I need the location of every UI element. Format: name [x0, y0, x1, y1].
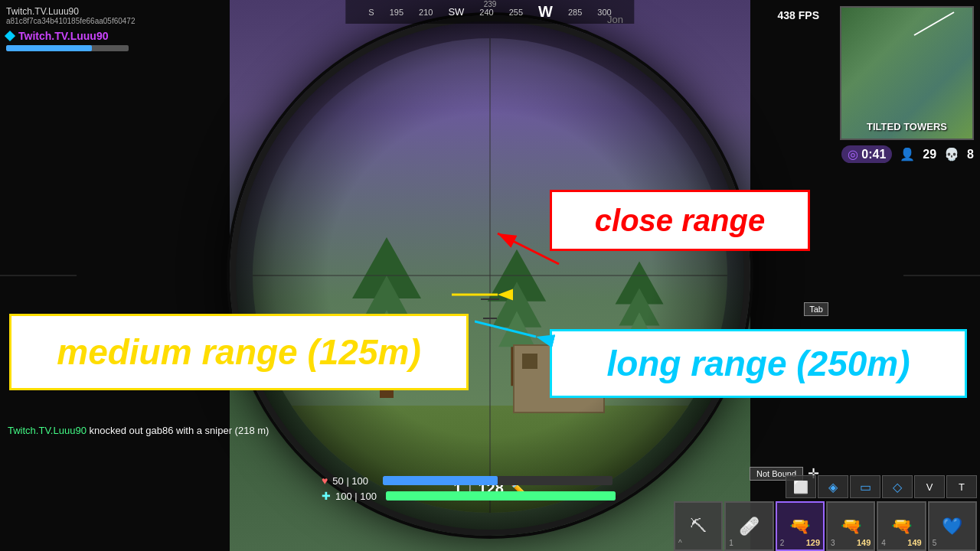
build-slot-v[interactable]: V [914, 475, 945, 498]
weapon-slot-5[interactable]: 🔫 149 4 [877, 501, 926, 551]
svg-line-1 [498, 233, 559, 264]
wall-icon: ⬜ [793, 480, 808, 494]
rifle-icon: 🔫 [841, 517, 861, 536]
floor-icon: ◈ [828, 480, 838, 494]
compass-195: 195 [390, 8, 403, 17]
compass: S 195 210 SW 239 240 255 W 285 300 [345, 0, 634, 24]
close-range-text: close range [595, 204, 765, 238]
shield-bar-fill [386, 491, 616, 500]
timer-bubble: ◎ 0:41 [841, 145, 892, 163]
fps-counter: 438 FPS [778, 9, 819, 21]
players-icon: 👤 [900, 147, 915, 161]
weapon-count-3: 129 [806, 538, 820, 547]
slot-num-1: ^ [678, 539, 682, 547]
stats-bar: ◎ 0:41 👤 29 💀 8 [841, 145, 974, 163]
compass-240: 240 [479, 8, 493, 17]
tab-indicator[interactable]: Tab [804, 302, 828, 316]
minimap-location: TILTED TOWERS [867, 121, 947, 132]
minimap-line [914, 11, 955, 36]
health-fill [6, 45, 92, 51]
weapon-slots: ⛏ ^ 🩹 1 🔫 129 2 🔫 149 3 🔫 149 4 💙 5 [674, 501, 980, 551]
weapon-count-4: 149 [857, 538, 871, 547]
hud-topleft: Twitch.TV.Luuu90 a81c8f7ca34b410185fe66a… [6, 6, 136, 51]
compass-255: 255 [509, 8, 523, 17]
build-slot-wall[interactable]: ⬜ [786, 475, 816, 498]
minimap-background: TILTED TOWERS [841, 8, 972, 139]
shield-values: 100 | 100 [335, 491, 381, 502]
compass-285: 285 [568, 8, 582, 17]
ramp-icon: ▭ [860, 480, 871, 494]
weapon-slot-2[interactable]: 🩹 1 [724, 501, 773, 551]
health-bar [383, 476, 612, 485]
build-slot-floor[interactable]: ◈ [818, 475, 848, 498]
health-values: 50 | 100 [332, 475, 378, 487]
health-bars: ♥ 50 | 100 ✚ 100 | 100 [322, 474, 616, 505]
shield-icon: ✚ [322, 490, 331, 502]
long-range-text: long range (250m) [606, 343, 910, 384]
long-range-annotation: long range (250m) [550, 329, 967, 398]
diamond-icon [5, 31, 15, 41]
player-health-bar [6, 45, 129, 51]
compass-sw: SW [448, 6, 464, 18]
crosshair-left-ext [0, 275, 77, 276]
kill-attacker: Twitch.TV.Luuu90 [8, 425, 87, 436]
build-slot-ramp[interactable]: ▭ [850, 475, 880, 498]
heart-icon: ♥ [322, 474, 328, 487]
weapon-slot-6[interactable]: 💙 5 [928, 501, 977, 551]
build-slots: ⬜ ◈ ▭ ◇ V T [674, 475, 980, 498]
slot-num-3: 2 [780, 539, 785, 547]
medium-range-text: medium range (125m) [57, 331, 420, 373]
build-slot-roof[interactable]: ◇ [882, 475, 913, 498]
health-bar-fill [383, 476, 498, 485]
potion-icon: 💙 [942, 517, 962, 536]
kill-victim: gab86 [145, 425, 173, 436]
compass-w: W [538, 3, 553, 21]
slot-num-6: 5 [933, 539, 937, 547]
sniper-icon: 🔫 [789, 517, 810, 536]
weapon-slot-3-active[interactable]: 🔫 129 2 [776, 501, 825, 551]
crosshair-right-ext [903, 275, 980, 276]
weapon-slot-1[interactable]: ⛏ ^ [674, 501, 723, 551]
svg-line-5 [475, 321, 536, 337]
kill-action: knocked out [90, 425, 146, 436]
kill-weapon: with a sniper (218 m) [176, 425, 269, 436]
compass-300: 300 [597, 8, 611, 17]
inventory-bar: ⬜ ◈ ▭ ◇ V T ⛏ ^ 🩹 1 🔫 129 2 [674, 475, 980, 551]
compass-s: S [368, 8, 374, 17]
minimap: TILTED TOWERS [840, 6, 974, 140]
v-label: V [926, 481, 933, 493]
timer-icon: ◎ [848, 147, 858, 161]
t-label: T [959, 481, 965, 493]
roof-icon: ◇ [893, 480, 902, 494]
pistol-icon: 🔫 [891, 517, 912, 536]
shield-row: ✚ 100 | 100 [322, 490, 616, 502]
stream-name: Twitch.TV.Luuu90 [6, 6, 136, 17]
compass-210: 210 [419, 8, 433, 17]
kills-count: 8 [967, 148, 974, 161]
weapon-count-5: 149 [907, 538, 921, 547]
skull-icon: 💀 [944, 147, 959, 161]
slot-num-5: 4 [881, 539, 886, 547]
kill-feed: Twitch.TV.Luuu90 knocked out gab86 with … [8, 425, 269, 436]
pickaxe-icon: ⛏ [690, 517, 707, 536]
slot-num-4: 3 [831, 539, 835, 547]
medkit-icon: 🩹 [739, 517, 760, 536]
cyan-arrow [475, 298, 567, 352]
stream-hash: a81c8f7ca34b410185fe66aa05f60472 [6, 17, 136, 25]
build-slot-t[interactable]: T [946, 475, 977, 498]
player-name-tag: Twitch.TV.Luuu90 [6, 30, 136, 42]
players-count: 29 [923, 148, 936, 161]
weapon-slot-4[interactable]: 🔫 149 3 [826, 501, 875, 551]
twitch-username: Twitch.TV.Luuu90 [18, 30, 108, 42]
slot-num-2: 1 [729, 539, 733, 547]
health-row: ♥ 50 | 100 [322, 474, 616, 487]
medium-range-annotation: medium range (125m) [9, 314, 469, 390]
compass-center-deg: 239 [484, 0, 497, 8]
shield-bar [386, 491, 616, 500]
timer-value: 0:41 [861, 148, 886, 161]
close-range-annotation: close range [550, 190, 810, 251]
